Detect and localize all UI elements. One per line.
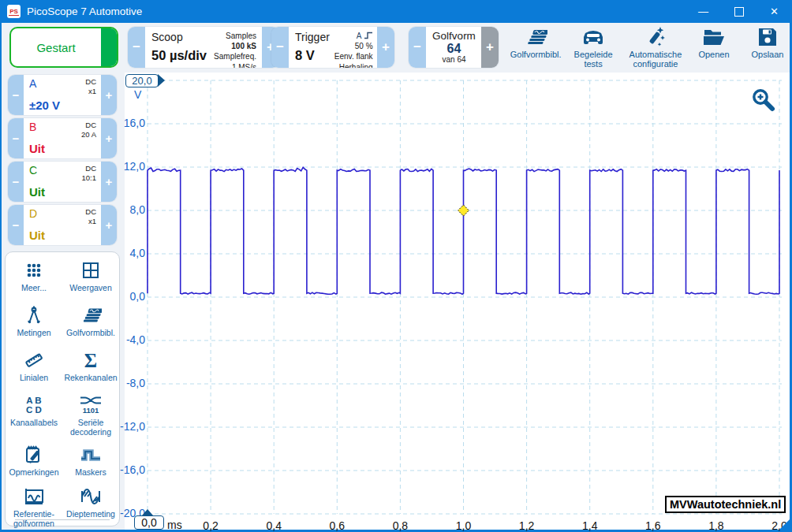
channel-a-meta: DC x1 [85, 77, 96, 96]
x-axis-unit: ms [167, 519, 182, 531]
toolbar-actions: Golfvormbibl. Begeleide tests Automatisc… [511, 24, 792, 70]
start-stop-label: Gestart [11, 28, 101, 66]
scope-view[interactable]: 16,012,08,04,00,0-4,0-8,0-12,0-16,0-20,0… [125, 73, 790, 530]
toolbar-action-label: Begeleide tests [566, 50, 620, 69]
channel-b-label: B [29, 121, 36, 133]
channel-d-probe: x1 [85, 217, 96, 226]
toolbar-action-label: Golfvormbibl. [510, 50, 562, 59]
timebase-decrease-button[interactable]: − [128, 27, 145, 68]
waveform-next-button[interactable]: + [481, 27, 499, 68]
guided-tests-button[interactable]: Begeleide tests [565, 24, 622, 70]
x-tick-label: 1,0 [456, 519, 471, 532]
channel-c-decrease-button[interactable]: − [8, 162, 24, 202]
channel-d-range: Uit [29, 229, 45, 242]
y-axis-top-marker[interactable]: 20,0 [125, 74, 159, 87]
waveform-buffer-total: van 64 [442, 55, 465, 64]
channel-d-coupling: DC [85, 207, 96, 217]
channel-a-coupling: DC [85, 77, 96, 87]
channel-c-card[interactable]: − C DC 10:1 Uit + [8, 162, 117, 202]
channel-a-probe: x1 [85, 87, 96, 96]
sidebar-item-serial-decoding[interactable]: 1101 Seriële decodering [62, 391, 119, 441]
waveform-library-button[interactable]: Golfvormbibl. [511, 24, 560, 70]
ruler-icon [23, 349, 45, 371]
toolbar-action-label: Openen [698, 50, 729, 59]
y-tick-label: 8,0 [109, 203, 145, 216]
waveform-plot[interactable] [125, 73, 790, 530]
time-zero-marker[interactable]: 0,0 [134, 515, 164, 530]
channel-b-range: Uit [29, 142, 45, 155]
open-button[interactable]: Openen [689, 24, 738, 70]
channel-b-meta: DC 20 A [81, 121, 96, 140]
trigger-marker-diamond[interactable] [458, 205, 469, 216]
sidebar-item-label: Kanaallabels [10, 418, 58, 427]
x-tick-label: 0,4 [266, 519, 281, 532]
channel-d-label: D [29, 207, 37, 220]
x-tick-label: 0,8 [393, 519, 408, 532]
maximize-button[interactable] [721, 0, 757, 23]
save-button[interactable]: Opslaan [743, 24, 792, 70]
trigger-increase-button[interactable]: + [377, 27, 394, 68]
x-tick-label: 1,4 [582, 519, 597, 532]
x-tick-label: 0,6 [330, 519, 345, 532]
sidebar-item-depth-gauge[interactable]: Dieptemeting [62, 482, 119, 528]
waveform-library-icon [80, 304, 102, 326]
resize-grip[interactable] [779, 519, 790, 530]
channel-labels-icon: A B C D [23, 394, 45, 416]
waveform-buffer-card[interactable]: Golfvorm 64 van 64 [426, 27, 481, 68]
close-button[interactable]: ✕ [757, 0, 792, 23]
toolbar-action-label: Opslaan [752, 50, 784, 59]
waveform-previous-button[interactable]: − [409, 27, 426, 68]
sidebar-item-reference-waveforms[interactable]: Referentie-golfvormen [6, 482, 62, 528]
y-tick-label: 0,0 [109, 290, 145, 303]
trigger-card[interactable]: Trigger 8 V A 50 % Eenv. flank Herhaling [289, 27, 377, 68]
start-stop-button[interactable]: Gestart [9, 27, 118, 68]
trigger-info: A 50 % Eenv. flank Herhaling [334, 31, 373, 63]
channel-a-increase-button[interactable]: + [101, 75, 117, 115]
save-disk-icon [756, 25, 779, 49]
sidebar-item-masks[interactable]: Maskers [62, 441, 119, 482]
sidebar-item-label: Golfvormbibl. [66, 328, 115, 337]
rising-edge-icon [364, 32, 373, 39]
channel-d-card[interactable]: − D DC x1 Uit + [8, 205, 117, 245]
auto-setup-button[interactable]: Automatische configuratie [626, 24, 685, 70]
channel-d-decrease-button[interactable]: − [8, 205, 24, 245]
channel-c-coupling: DC [82, 164, 97, 173]
sidebar-item-rulers[interactable]: Linialen [6, 346, 62, 391]
trigger-group: − Trigger 8 V A 50 % Eenv. flank Herhali… [271, 27, 394, 68]
channel-b-card[interactable]: − B DC 20 A Uit + [8, 118, 117, 158]
sidebar-item-label: Referentie-golfvormen [7, 509, 61, 528]
timebase-card[interactable]: Scoop 50 µs/div Samples 100 kS Samplefre… [145, 27, 262, 68]
title-bar: PS PicoScope 7 Automotive — ✕ [0, 0, 792, 23]
channel-a-decrease-button[interactable]: − [8, 75, 24, 115]
channel-c-meta: DC 10:1 [82, 164, 97, 183]
picoscope-window: PS PicoScope 7 Automotive — ✕ Gestart − … [0, 0, 792, 532]
waveform-library-icon [524, 25, 547, 49]
zoom-tool-button[interactable] [750, 87, 777, 113]
time-marker-arrow-icon [142, 509, 153, 515]
samples-value: 100 kS [214, 41, 256, 51]
maximize-icon [734, 7, 744, 17]
sidebar-item-more[interactable]: Meer... [6, 256, 62, 301]
channel-b-decrease-button[interactable]: − [8, 118, 24, 158]
y-tick-label: -4,0 [109, 333, 145, 346]
trigger-title: Trigger [295, 31, 330, 43]
toolbar-action-label: Automatische configuratie [628, 50, 683, 69]
timebase-title: Scoop [151, 31, 209, 43]
channel-c-range: Uit [29, 185, 45, 199]
timebase-info: Samples 100 kS Samplefreq. 1 MS/s [214, 31, 256, 63]
trigger-decrease-button[interactable]: − [271, 27, 289, 68]
minimize-button[interactable]: — [686, 0, 721, 23]
channel-a-trace [148, 167, 779, 294]
channel-a-card[interactable]: − A DC x1 ±20 V + [8, 75, 117, 115]
sidebar-item-channel-labels[interactable]: A B C D Kanaallabels [6, 391, 62, 441]
sidebar-item-notes[interactable]: Opmerkingen [6, 441, 62, 482]
channel-b-probe: 20 A [81, 130, 96, 140]
timebase-value: 50 µs/div [151, 48, 209, 63]
sidebar-item-measurements[interactable]: Metingen [6, 301, 62, 346]
svg-text:C D: C D [26, 405, 42, 415]
serial-decoding-icon: 1101 [79, 394, 103, 416]
waveform-buffer-title: Golfvorm [432, 30, 476, 42]
y-tick-label: 16,0 [109, 117, 145, 129]
x-tick-label: 1,6 [645, 519, 660, 532]
y-tick-label: -12,0 [109, 420, 145, 433]
